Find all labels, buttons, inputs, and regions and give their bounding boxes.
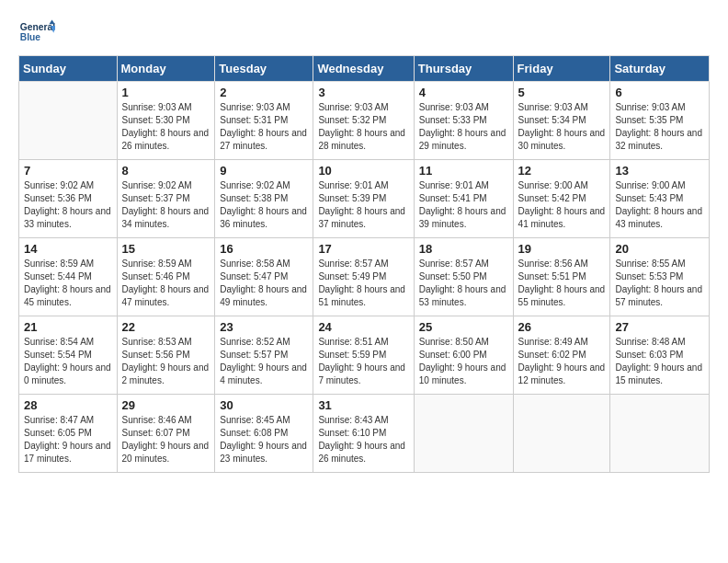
calendar-header-row: SundayMondayTuesdayWednesdayThursdayFrid… [19, 56, 710, 82]
calendar-cell: 11Sunrise: 9:01 AMSunset: 5:41 PMDayligh… [414, 160, 513, 238]
calendar-cell: 22Sunrise: 8:53 AMSunset: 5:56 PMDayligh… [117, 316, 215, 395]
calendar-cell: 2Sunrise: 9:03 AMSunset: 5:31 PMDaylight… [215, 82, 313, 160]
day-info: Sunrise: 8:54 AMSunset: 5:54 PMDaylight:… [24, 336, 112, 387]
weekday-header: Sunday [19, 56, 118, 82]
calendar-week-row: 7Sunrise: 9:02 AMSunset: 5:36 PMDaylight… [19, 160, 710, 238]
calendar-week-row: 21Sunrise: 8:54 AMSunset: 5:54 PMDayligh… [19, 316, 710, 395]
day-info: Sunrise: 8:46 AMSunset: 6:07 PMDaylight:… [122, 414, 210, 465]
day-number: 19 [518, 242, 606, 256]
weekday-header: Wednesday [313, 56, 414, 82]
calendar-week-row: 14Sunrise: 8:59 AMSunset: 5:44 PMDayligh… [19, 238, 710, 316]
day-number: 29 [122, 398, 210, 412]
calendar-cell: 9Sunrise: 9:02 AMSunset: 5:38 PMDaylight… [215, 160, 313, 238]
logo: General Blue [18, 18, 55, 46]
day-info: Sunrise: 8:49 AMSunset: 6:02 PMDaylight:… [518, 336, 606, 387]
day-info: Sunrise: 8:53 AMSunset: 5:56 PMDaylight:… [122, 336, 210, 387]
day-number: 12 [518, 164, 606, 178]
day-info: Sunrise: 8:56 AMSunset: 5:51 PMDaylight:… [518, 258, 606, 309]
calendar-cell: 21Sunrise: 8:54 AMSunset: 5:54 PMDayligh… [19, 316, 118, 395]
day-info: Sunrise: 9:02 AMSunset: 5:38 PMDaylight:… [220, 179, 308, 231]
day-info: Sunrise: 8:57 AMSunset: 5:49 PMDaylight:… [318, 258, 408, 309]
day-number: 4 [419, 86, 508, 99]
day-info: Sunrise: 8:43 AMSunset: 6:10 PMDaylight:… [318, 414, 408, 465]
calendar-cell [414, 395, 513, 473]
calendar-week-row: 1Sunrise: 9:03 AMSunset: 5:30 PMDaylight… [19, 82, 710, 160]
calendar-cell: 13Sunrise: 9:00 AMSunset: 5:43 PMDayligh… [610, 160, 710, 238]
day-number: 28 [24, 398, 112, 412]
calendar-cell: 4Sunrise: 9:03 AMSunset: 5:33 PMDaylight… [414, 82, 513, 160]
day-info: Sunrise: 9:03 AMSunset: 5:32 PMDaylight:… [318, 101, 408, 153]
calendar-cell: 31Sunrise: 8:43 AMSunset: 6:10 PMDayligh… [313, 395, 414, 473]
day-number: 25 [419, 320, 508, 334]
calendar-cell [610, 395, 710, 473]
day-number: 24 [318, 320, 408, 334]
day-number: 30 [220, 398, 308, 412]
weekday-header: Tuesday [215, 56, 313, 82]
calendar-cell: 14Sunrise: 8:59 AMSunset: 5:44 PMDayligh… [19, 238, 118, 316]
weekday-header: Saturday [610, 56, 710, 82]
day-info: Sunrise: 9:02 AMSunset: 5:37 PMDaylight:… [122, 179, 210, 231]
day-info: Sunrise: 9:02 AMSunset: 5:36 PMDaylight:… [24, 179, 112, 231]
day-number: 17 [318, 242, 408, 256]
day-info: Sunrise: 9:03 AMSunset: 5:35 PMDaylight:… [615, 101, 704, 153]
calendar-cell: 20Sunrise: 8:55 AMSunset: 5:53 PMDayligh… [610, 238, 710, 316]
day-number: 21 [24, 320, 112, 334]
day-info: Sunrise: 9:03 AMSunset: 5:31 PMDaylight:… [220, 101, 308, 153]
weekday-header: Thursday [414, 56, 513, 82]
generalblue-logo-icon: General Blue [18, 18, 55, 46]
day-number: 8 [122, 164, 210, 178]
day-info: Sunrise: 9:03 AMSunset: 5:34 PMDaylight:… [518, 101, 606, 153]
day-info: Sunrise: 8:59 AMSunset: 5:46 PMDaylight:… [122, 258, 210, 309]
day-number: 31 [318, 398, 408, 412]
weekday-header: Monday [117, 56, 215, 82]
day-number: 6 [615, 86, 704, 99]
calendar-cell: 8Sunrise: 9:02 AMSunset: 5:37 PMDaylight… [117, 160, 215, 238]
day-number: 23 [220, 320, 308, 334]
day-info: Sunrise: 9:01 AMSunset: 5:39 PMDaylight:… [318, 179, 408, 231]
day-number: 11 [419, 164, 508, 178]
day-info: Sunrise: 8:45 AMSunset: 6:08 PMDaylight:… [220, 414, 308, 465]
calendar-cell: 26Sunrise: 8:49 AMSunset: 6:02 PMDayligh… [513, 316, 610, 395]
calendar-table: SundayMondayTuesdayWednesdayThursdayFrid… [18, 55, 710, 473]
calendar-cell: 10Sunrise: 9:01 AMSunset: 5:39 PMDayligh… [313, 160, 414, 238]
calendar-cell: 16Sunrise: 8:58 AMSunset: 5:47 PMDayligh… [215, 238, 313, 316]
day-info: Sunrise: 8:58 AMSunset: 5:47 PMDaylight:… [220, 258, 308, 309]
page: General Blue SundayMondayTuesdayWednesda… [0, 0, 728, 563]
day-number: 7 [24, 164, 112, 178]
day-number: 1 [122, 86, 210, 99]
calendar-cell: 18Sunrise: 8:57 AMSunset: 5:50 PMDayligh… [414, 238, 513, 316]
calendar-cell [19, 82, 118, 160]
calendar-cell: 15Sunrise: 8:59 AMSunset: 5:46 PMDayligh… [117, 238, 215, 316]
day-info: Sunrise: 9:03 AMSunset: 5:30 PMDaylight:… [122, 101, 210, 153]
day-info: Sunrise: 8:59 AMSunset: 5:44 PMDaylight:… [24, 258, 112, 309]
day-info: Sunrise: 9:01 AMSunset: 5:41 PMDaylight:… [419, 179, 508, 231]
calendar-cell: 19Sunrise: 8:56 AMSunset: 5:51 PMDayligh… [513, 238, 610, 316]
day-info: Sunrise: 9:00 AMSunset: 5:43 PMDaylight:… [615, 179, 704, 231]
calendar-cell: 25Sunrise: 8:50 AMSunset: 6:00 PMDayligh… [414, 316, 513, 395]
day-info: Sunrise: 8:57 AMSunset: 5:50 PMDaylight:… [419, 258, 508, 309]
calendar-cell: 17Sunrise: 8:57 AMSunset: 5:49 PMDayligh… [313, 238, 414, 316]
weekday-header: Friday [513, 56, 610, 82]
calendar-cell: 29Sunrise: 8:46 AMSunset: 6:07 PMDayligh… [117, 395, 215, 473]
day-number: 9 [220, 164, 308, 178]
day-number: 13 [615, 164, 704, 178]
day-number: 2 [220, 86, 308, 99]
day-number: 26 [518, 320, 606, 334]
calendar-cell: 5Sunrise: 9:03 AMSunset: 5:34 PMDaylight… [513, 82, 610, 160]
calendar-cell: 30Sunrise: 8:45 AMSunset: 6:08 PMDayligh… [215, 395, 313, 473]
day-number: 15 [122, 242, 210, 256]
day-info: Sunrise: 8:47 AMSunset: 6:05 PMDaylight:… [24, 414, 112, 465]
calendar-cell: 1Sunrise: 9:03 AMSunset: 5:30 PMDaylight… [117, 82, 215, 160]
calendar-cell: 3Sunrise: 9:03 AMSunset: 5:32 PMDaylight… [313, 82, 414, 160]
day-number: 27 [615, 320, 704, 334]
calendar-cell: 23Sunrise: 8:52 AMSunset: 5:57 PMDayligh… [215, 316, 313, 395]
day-info: Sunrise: 8:51 AMSunset: 5:59 PMDaylight:… [318, 336, 408, 387]
calendar-cell [513, 395, 610, 473]
day-number: 5 [518, 86, 606, 99]
header: General Blue [18, 18, 710, 46]
svg-text:Blue: Blue [20, 32, 41, 42]
calendar-cell: 24Sunrise: 8:51 AMSunset: 5:59 PMDayligh… [313, 316, 414, 395]
day-number: 18 [419, 242, 508, 256]
day-number: 10 [318, 164, 408, 178]
calendar-cell: 27Sunrise: 8:48 AMSunset: 6:03 PMDayligh… [610, 316, 710, 395]
